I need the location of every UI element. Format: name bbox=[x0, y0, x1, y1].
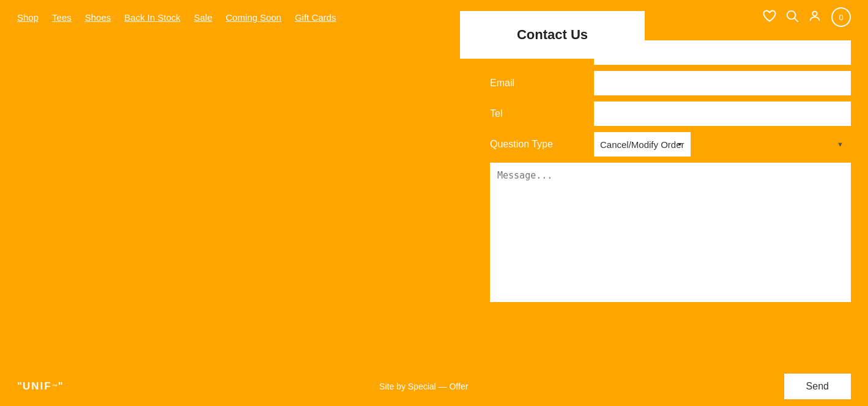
email-row: Email bbox=[490, 71, 851, 95]
svg-point-0 bbox=[787, 11, 796, 20]
message-row bbox=[490, 163, 851, 304]
logo-text: UNIF bbox=[23, 380, 52, 393]
question-type-label: Question Type bbox=[490, 139, 594, 150]
main-nav: Shop Tees Shoes Back In Stock Sale Comin… bbox=[17, 12, 336, 23]
logo-tm: ™ bbox=[52, 383, 58, 389]
svg-line-1 bbox=[795, 18, 798, 21]
tel-row: Tel bbox=[490, 102, 851, 126]
logo-open-quote: " bbox=[17, 380, 23, 393]
logo-close-quote: " bbox=[58, 380, 64, 393]
nav-item-shoes[interactable]: Shoes bbox=[85, 12, 111, 23]
nav-item-coming-soon[interactable]: Coming Soon bbox=[226, 12, 281, 23]
header: Shop Tees Shoes Back In Stock Sale Comin… bbox=[0, 0, 868, 34]
question-type-wrapper: Cancel/Modify Order Order Status Returns… bbox=[594, 132, 851, 157]
cart-count: 0 bbox=[839, 13, 843, 22]
contact-form: Name Email Tel Question Type Cancel/Modi… bbox=[490, 40, 851, 304]
svg-point-2 bbox=[812, 12, 817, 16]
nav-item-back-in-stock[interactable]: Back In Stock bbox=[124, 12, 180, 23]
message-textarea[interactable] bbox=[490, 163, 851, 302]
left-panel bbox=[17, 40, 490, 304]
nav-item-gift-cards[interactable]: Gift Cards bbox=[295, 12, 336, 23]
wishlist-icon[interactable] bbox=[763, 10, 776, 25]
main-content: Name Email Tel Question Type Cancel/Modi… bbox=[0, 40, 868, 304]
tel-input[interactable] bbox=[594, 102, 851, 126]
tel-label: Tel bbox=[490, 108, 594, 119]
email-input[interactable] bbox=[594, 71, 851, 95]
contact-us-box: Contact Us bbox=[460, 11, 645, 59]
contact-us-title: Contact Us bbox=[517, 27, 588, 43]
send-button[interactable]: Send bbox=[784, 374, 851, 399]
question-type-select[interactable]: Cancel/Modify Order Order Status Returns… bbox=[594, 132, 691, 157]
header-icons: 0 bbox=[763, 7, 851, 27]
search-icon[interactable] bbox=[786, 10, 798, 24]
nav-item-shop[interactable]: Shop bbox=[17, 12, 39, 23]
email-label: Email bbox=[490, 78, 594, 89]
logo: "UNIF™" bbox=[17, 380, 64, 393]
user-icon[interactable] bbox=[808, 9, 822, 25]
cart-icon[interactable]: 0 bbox=[831, 7, 851, 27]
question-type-row: Question Type Cancel/Modify Order Order … bbox=[490, 132, 851, 157]
site-credit: Site by Special — Offer bbox=[379, 382, 468, 391]
footer: "UNIF™" Site by Special — Offer Send bbox=[0, 367, 868, 406]
nav-item-tees[interactable]: Tees bbox=[52, 12, 72, 23]
nav-item-sale[interactable]: Sale bbox=[194, 12, 212, 23]
